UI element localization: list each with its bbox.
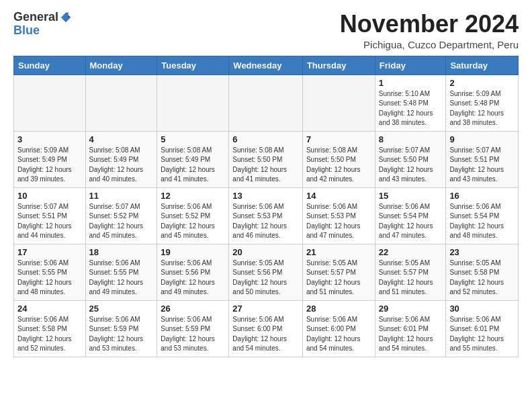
day-number: 12 bbox=[161, 191, 225, 201]
day-info: Sunrise: 5:08 AM Sunset: 5:50 PM Dayligh… bbox=[232, 146, 299, 185]
table-row: 26Sunrise: 5:06 AM Sunset: 5:59 PM Dayli… bbox=[157, 300, 229, 357]
col-wednesday: Wednesday bbox=[229, 56, 303, 75]
table-row: 4Sunrise: 5:08 AM Sunset: 5:49 PM Daylig… bbox=[85, 131, 157, 187]
calendar-week-row: 3Sunrise: 5:09 AM Sunset: 5:49 PM Daylig… bbox=[14, 131, 519, 187]
day-info: Sunrise: 5:06 AM Sunset: 5:54 PM Dayligh… bbox=[449, 202, 515, 241]
table-row bbox=[302, 75, 375, 131]
table-row: 29Sunrise: 5:06 AM Sunset: 6:01 PM Dayli… bbox=[375, 300, 446, 357]
calendar-week-row: 1Sunrise: 5:10 AM Sunset: 5:48 PM Daylig… bbox=[14, 75, 519, 131]
title-block: November 2024 Pichigua, Cuzco Department… bbox=[340, 11, 519, 50]
day-info: Sunrise: 5:05 AM Sunset: 5:57 PM Dayligh… bbox=[306, 259, 371, 298]
table-row: 7Sunrise: 5:08 AM Sunset: 5:50 PM Daylig… bbox=[302, 131, 375, 187]
day-number: 18 bbox=[89, 247, 154, 257]
day-info: Sunrise: 5:06 AM Sunset: 5:54 PM Dayligh… bbox=[379, 202, 443, 241]
day-info: Sunrise: 5:08 AM Sunset: 5:50 PM Dayligh… bbox=[306, 146, 371, 185]
table-row: 25Sunrise: 5:06 AM Sunset: 5:59 PM Dayli… bbox=[85, 300, 157, 357]
col-sunday: Sunday bbox=[14, 56, 86, 75]
day-info: Sunrise: 5:06 AM Sunset: 5:59 PM Dayligh… bbox=[89, 315, 154, 354]
day-number: 23 bbox=[449, 247, 515, 257]
day-number: 19 bbox=[161, 247, 225, 257]
logo-general: General bbox=[13, 11, 58, 24]
day-number: 28 bbox=[306, 304, 371, 314]
table-row: 8Sunrise: 5:07 AM Sunset: 5:50 PM Daylig… bbox=[375, 131, 446, 187]
table-row: 5Sunrise: 5:08 AM Sunset: 5:49 PM Daylig… bbox=[157, 131, 229, 187]
day-info: Sunrise: 5:06 AM Sunset: 5:55 PM Dayligh… bbox=[89, 259, 154, 298]
calendar-header-row: Sunday Monday Tuesday Wednesday Thursday… bbox=[14, 56, 519, 75]
day-number: 30 bbox=[449, 304, 515, 314]
col-thursday: Thursday bbox=[302, 56, 375, 75]
day-number: 25 bbox=[89, 304, 154, 314]
day-info: Sunrise: 5:08 AM Sunset: 5:49 PM Dayligh… bbox=[89, 146, 154, 185]
day-number: 20 bbox=[232, 247, 299, 257]
day-info: Sunrise: 5:05 AM Sunset: 5:57 PM Dayligh… bbox=[379, 259, 443, 298]
day-info: Sunrise: 5:06 AM Sunset: 5:59 PM Dayligh… bbox=[161, 315, 225, 354]
table-row: 6Sunrise: 5:08 AM Sunset: 5:50 PM Daylig… bbox=[229, 131, 303, 187]
day-info: Sunrise: 5:10 AM Sunset: 5:48 PM Dayligh… bbox=[379, 89, 443, 128]
day-info: Sunrise: 5:06 AM Sunset: 5:56 PM Dayligh… bbox=[161, 259, 225, 298]
day-info: Sunrise: 5:05 AM Sunset: 5:58 PM Dayligh… bbox=[449, 259, 515, 298]
day-info: Sunrise: 5:09 AM Sunset: 5:49 PM Dayligh… bbox=[17, 146, 82, 185]
table-row: 16Sunrise: 5:06 AM Sunset: 5:54 PM Dayli… bbox=[446, 187, 519, 244]
calendar-page: General Blue November 2024 Pichigua, Cuz… bbox=[0, 0, 532, 368]
calendar-body: 1Sunrise: 5:10 AM Sunset: 5:48 PM Daylig… bbox=[14, 75, 519, 357]
day-info: Sunrise: 5:07 AM Sunset: 5:50 PM Dayligh… bbox=[379, 146, 443, 185]
day-number: 26 bbox=[161, 304, 225, 314]
table-row bbox=[14, 75, 86, 131]
day-number: 1 bbox=[379, 78, 443, 88]
day-number: 27 bbox=[232, 304, 299, 314]
day-info: Sunrise: 5:06 AM Sunset: 5:55 PM Dayligh… bbox=[17, 259, 82, 298]
day-info: Sunrise: 5:06 AM Sunset: 6:01 PM Dayligh… bbox=[379, 315, 443, 354]
table-row: 22Sunrise: 5:05 AM Sunset: 5:57 PM Dayli… bbox=[375, 244, 446, 300]
day-number: 11 bbox=[89, 191, 154, 201]
table-row: 10Sunrise: 5:07 AM Sunset: 5:51 PM Dayli… bbox=[14, 187, 86, 244]
day-number: 8 bbox=[379, 134, 443, 144]
table-row: 9Sunrise: 5:07 AM Sunset: 5:51 PM Daylig… bbox=[446, 131, 519, 187]
day-info: Sunrise: 5:06 AM Sunset: 6:00 PM Dayligh… bbox=[306, 315, 371, 354]
day-number: 6 bbox=[232, 134, 299, 144]
table-row: 3Sunrise: 5:09 AM Sunset: 5:49 PM Daylig… bbox=[14, 131, 86, 187]
table-row bbox=[229, 75, 303, 131]
table-row: 12Sunrise: 5:06 AM Sunset: 5:52 PM Dayli… bbox=[157, 187, 229, 244]
col-tuesday: Tuesday bbox=[157, 56, 229, 75]
table-row: 2Sunrise: 5:09 AM Sunset: 5:48 PM Daylig… bbox=[446, 75, 519, 131]
day-number: 7 bbox=[306, 134, 371, 144]
calendar-week-row: 10Sunrise: 5:07 AM Sunset: 5:51 PM Dayli… bbox=[14, 187, 519, 244]
table-row: 18Sunrise: 5:06 AM Sunset: 5:55 PM Dayli… bbox=[85, 244, 157, 300]
page-header: General Blue November 2024 Pichigua, Cuz… bbox=[13, 11, 519, 50]
day-number: 2 bbox=[449, 78, 515, 88]
day-number: 3 bbox=[17, 134, 82, 144]
day-info: Sunrise: 5:08 AM Sunset: 5:49 PM Dayligh… bbox=[161, 146, 225, 185]
day-number: 15 bbox=[379, 191, 443, 201]
table-row bbox=[85, 75, 157, 131]
day-number: 29 bbox=[379, 304, 443, 314]
day-info: Sunrise: 5:05 AM Sunset: 5:56 PM Dayligh… bbox=[232, 259, 299, 298]
table-row: 20Sunrise: 5:05 AM Sunset: 5:56 PM Dayli… bbox=[229, 244, 303, 300]
table-row: 30Sunrise: 5:06 AM Sunset: 6:01 PM Dayli… bbox=[446, 300, 519, 357]
calendar-table: Sunday Monday Tuesday Wednesday Thursday… bbox=[13, 56, 519, 357]
table-row: 11Sunrise: 5:07 AM Sunset: 5:52 PM Dayli… bbox=[85, 187, 157, 244]
day-number: 17 bbox=[17, 247, 82, 257]
calendar-week-row: 24Sunrise: 5:06 AM Sunset: 5:58 PM Dayli… bbox=[14, 300, 519, 357]
table-row: 1Sunrise: 5:10 AM Sunset: 5:48 PM Daylig… bbox=[375, 75, 446, 131]
col-friday: Friday bbox=[375, 56, 446, 75]
calendar-week-row: 17Sunrise: 5:06 AM Sunset: 5:55 PM Dayli… bbox=[14, 244, 519, 300]
table-row: 21Sunrise: 5:05 AM Sunset: 5:57 PM Dayli… bbox=[302, 244, 375, 300]
table-row: 15Sunrise: 5:06 AM Sunset: 5:54 PM Dayli… bbox=[375, 187, 446, 244]
table-row: 14Sunrise: 5:06 AM Sunset: 5:53 PM Dayli… bbox=[302, 187, 375, 244]
day-number: 24 bbox=[17, 304, 82, 314]
day-number: 13 bbox=[232, 191, 299, 201]
table-row: 13Sunrise: 5:06 AM Sunset: 5:53 PM Dayli… bbox=[229, 187, 303, 244]
logo-blue: Blue bbox=[13, 24, 40, 38]
day-number: 22 bbox=[379, 247, 443, 257]
day-info: Sunrise: 5:06 AM Sunset: 6:00 PM Dayligh… bbox=[232, 315, 299, 354]
day-info: Sunrise: 5:06 AM Sunset: 5:53 PM Dayligh… bbox=[232, 202, 299, 241]
day-info: Sunrise: 5:09 AM Sunset: 5:48 PM Dayligh… bbox=[449, 89, 515, 128]
location-subtitle: Pichigua, Cuzco Department, Peru bbox=[340, 39, 519, 50]
day-number: 10 bbox=[17, 191, 82, 201]
day-number: 4 bbox=[89, 134, 154, 144]
table-row: 24Sunrise: 5:06 AM Sunset: 5:58 PM Dayli… bbox=[14, 300, 86, 357]
day-number: 21 bbox=[306, 247, 371, 257]
day-info: Sunrise: 5:06 AM Sunset: 5:58 PM Dayligh… bbox=[17, 315, 82, 354]
table-row bbox=[157, 75, 229, 131]
table-row: 23Sunrise: 5:05 AM Sunset: 5:58 PM Dayli… bbox=[446, 244, 519, 300]
